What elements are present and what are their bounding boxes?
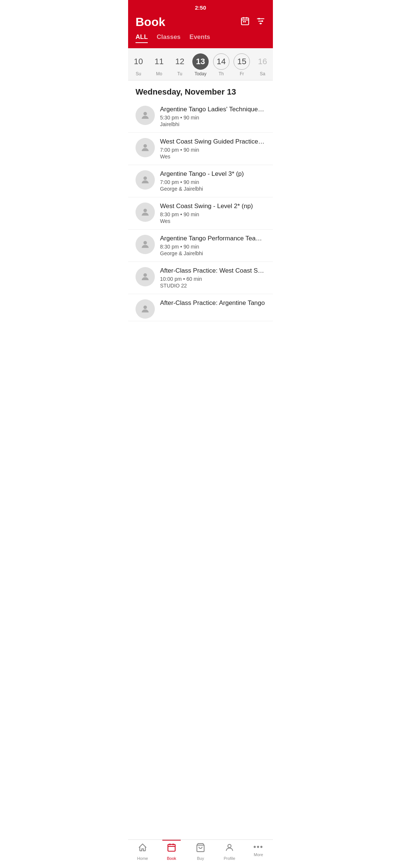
calendar-day-14[interactable]: 14 Th (212, 53, 230, 76)
class-instructor: Wes (160, 154, 265, 160)
class-instructor: George & Jairelbhi (160, 186, 265, 192)
class-time: 7:00 pm • 90 min (160, 147, 265, 153)
avatar (136, 106, 155, 125)
day-label-10: Su (136, 71, 141, 76)
tab-all[interactable]: ALL (136, 33, 148, 43)
section-date: Wednesday, November 13 (128, 80, 273, 101)
avatar (136, 235, 155, 254)
status-bar: 2:50 (128, 0, 273, 12)
class-instructor: George & Jairelbhi (160, 250, 265, 256)
filter-icon[interactable] (256, 16, 265, 28)
day-number-15: 15 (234, 53, 250, 70)
calendar-day-10[interactable]: 10 Su (130, 53, 147, 76)
avatar (136, 267, 155, 286)
avatar (136, 170, 155, 190)
day-label-11: Mo (156, 71, 162, 76)
list-item[interactable]: Argentine Tango Ladies' Technique & Co..… (128, 101, 273, 133)
avatar (136, 203, 155, 222)
class-name: Argentine Tango - Level 3* (p) (160, 170, 265, 178)
class-instructor: Jairelbhi (160, 121, 265, 127)
header: Book (128, 12, 273, 33)
calendar-day-16[interactable]: 16 Sa (254, 53, 271, 76)
svg-rect-5 (245, 21, 246, 22)
tab-classes[interactable]: Classes (157, 33, 180, 43)
svg-point-9 (258, 18, 260, 19)
list-item[interactable]: After-Class Practice: West Coast Swing 1… (128, 262, 273, 294)
class-name: After-Class Practice: West Coast Swing (160, 267, 265, 274)
class-time: 5:30 pm • 90 min (160, 115, 265, 121)
calendar-strip: 10 Su 11 Mo 12 Tu 13 Today 14 Th 15 Fr 1… (128, 48, 273, 80)
class-info: After-Class Practice: West Coast Swing 1… (160, 267, 265, 289)
class-time: 10:00 pm • 60 min (160, 276, 265, 282)
svg-point-18 (143, 306, 147, 309)
main-content: 10 Su 11 Mo 12 Tu 13 Today 14 Th 15 Fr 1… (128, 48, 273, 351)
calendar-day-15[interactable]: 15 Fr (233, 53, 251, 76)
list-item[interactable]: Argentine Tango Performance Team - Le...… (128, 230, 273, 262)
page-title: Book (136, 15, 165, 29)
list-item[interactable]: After-Class Practice: Argentine Tango (128, 294, 273, 321)
class-name: West Coast Swing - Level 2* (np) (160, 203, 265, 210)
avatar (136, 299, 155, 319)
class-name: After-Class Practice: Argentine Tango (160, 299, 265, 307)
class-info: Argentine Tango Performance Team - Le...… (160, 235, 265, 256)
svg-rect-4 (243, 21, 244, 22)
class-info: Argentine Tango - Level 3* (p) 7:00 pm •… (160, 170, 265, 192)
day-label-15: Fr (240, 71, 244, 76)
day-number-12: 12 (172, 53, 188, 70)
svg-point-15 (143, 209, 147, 212)
day-label-12: Tu (177, 71, 182, 76)
class-info: West Coast Swing - Level 2* (np) 8:30 pm… (160, 203, 265, 224)
calendar-icon[interactable] (240, 16, 250, 28)
svg-point-13 (143, 144, 147, 148)
svg-point-12 (143, 112, 147, 115)
class-info: West Coast Swing Guided Practice* (np) 7… (160, 138, 265, 160)
calendar-day-11[interactable]: 11 Mo (150, 53, 168, 76)
class-instructor: Wes (160, 218, 265, 224)
day-number-10: 10 (130, 53, 147, 70)
list-item[interactable]: West Coast Swing - Level 2* (np) 8:30 pm… (128, 197, 273, 230)
list-item[interactable]: West Coast Swing Guided Practice* (np) 7… (128, 133, 273, 165)
class-info: Argentine Tango Ladies' Technique & Co..… (160, 106, 265, 127)
svg-point-17 (143, 273, 147, 277)
day-number-16: 16 (254, 53, 271, 70)
day-label-14: Th (219, 71, 224, 76)
class-name: West Coast Swing Guided Practice* (np) (160, 138, 265, 145)
class-info: After-Class Practice: Argentine Tango (160, 299, 265, 308)
day-number-11: 11 (151, 53, 167, 70)
avatar (136, 138, 155, 157)
class-instructor: STUDIO 22 (160, 283, 265, 289)
svg-point-14 (143, 177, 147, 180)
day-number-13: 13 (192, 53, 209, 70)
day-label-13: Today (195, 71, 206, 76)
calendar-day-13[interactable]: 13 Today (192, 53, 209, 76)
class-time: 8:30 pm • 90 min (160, 244, 265, 250)
svg-point-11 (260, 23, 261, 24)
calendar-day-12[interactable]: 12 Tu (171, 53, 189, 76)
filter-tabs: ALL Classes Events (128, 33, 273, 48)
day-label-16: Sa (260, 71, 265, 76)
header-actions (240, 16, 265, 28)
tab-events[interactable]: Events (189, 33, 210, 43)
classes-list: Argentine Tango Ladies' Technique & Co..… (128, 101, 273, 321)
status-time: 2:50 (195, 4, 206, 11)
day-number-14: 14 (213, 53, 229, 70)
class-name: Argentine Tango Performance Team - Le... (160, 235, 265, 242)
svg-point-10 (261, 20, 263, 22)
svg-point-16 (143, 241, 147, 244)
class-time: 8:30 pm • 90 min (160, 211, 265, 217)
class-time: 7:00 pm • 90 min (160, 179, 265, 185)
class-name: Argentine Tango Ladies' Technique & Co..… (160, 106, 265, 113)
list-item[interactable]: Argentine Tango - Level 3* (p) 7:00 pm •… (128, 165, 273, 197)
